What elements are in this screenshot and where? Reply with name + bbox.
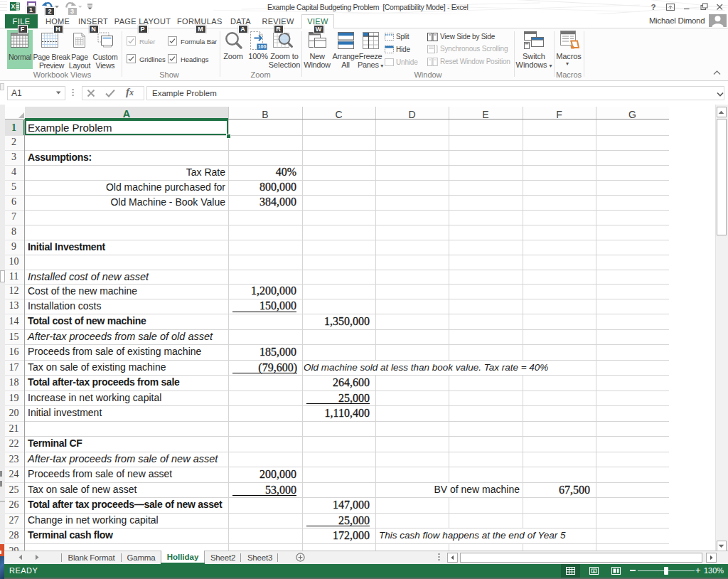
svg-text:?: ? [651,3,655,11]
svg-text:E: E [593,569,596,573]
svg-text:100: 100 [258,44,267,49]
svg-text:X: X [11,3,16,10]
